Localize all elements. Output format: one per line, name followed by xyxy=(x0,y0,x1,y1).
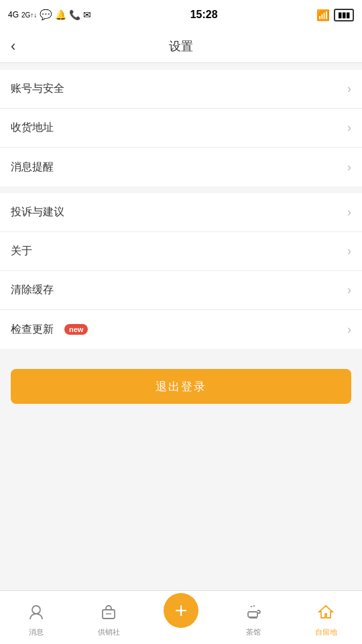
clear-cache-label: 清除缓存 xyxy=(11,283,54,297)
mail-icon: ✉ xyxy=(83,9,91,20)
chevron-icon: › xyxy=(347,205,351,219)
tab-myplace[interactable]: 自留地 xyxy=(290,598,362,637)
logout-section: 退出登录 xyxy=(0,356,362,417)
menu-item-account-security[interactable]: 账号与安全 › xyxy=(0,70,362,109)
complaint-label: 投诉与建议 xyxy=(11,205,64,219)
teahouse-icon xyxy=(245,603,262,625)
messages-icon xyxy=(27,603,45,625)
about-label: 关于 xyxy=(11,244,32,258)
supply-icon xyxy=(100,603,117,625)
status-indicators: 📶 ▮▮▮ xyxy=(316,9,354,21)
new-badge: new xyxy=(64,324,88,335)
notification-icon: 🔔 xyxy=(55,9,66,20)
chevron-icon: › xyxy=(347,323,351,337)
phone-icon: 📞 xyxy=(69,9,80,20)
tab-add[interactable]: + xyxy=(145,606,217,629)
svg-rect-3 xyxy=(248,612,257,617)
menu-item-shipping-address[interactable]: 收货地址 › xyxy=(0,109,362,148)
wifi-icon: 📶 xyxy=(316,9,330,21)
menu-item-about[interactable]: 关于 › xyxy=(0,232,362,271)
check-update-label: 检查更新 xyxy=(11,323,54,337)
chevron-icon: › xyxy=(347,283,351,297)
wechat-icon: 💬 xyxy=(40,9,52,21)
back-icon: ‹ xyxy=(11,38,15,54)
nav-bar: ‹ 设置 xyxy=(0,30,362,63)
myplace-icon xyxy=(317,603,335,625)
tab-supply[interactable]: 供销社 xyxy=(72,598,145,637)
teahouse-label: 茶馆 xyxy=(246,627,261,637)
logout-button[interactable]: 退出登录 xyxy=(11,369,351,404)
status-time: 15:28 xyxy=(190,9,218,21)
status-bar: 4G 2G↑↓ 💬 🔔 📞 ✉ 15:28 📶 ▮▮▮ xyxy=(0,0,362,30)
tab-messages[interactable]: 消息 xyxy=(0,598,72,637)
shipping-address-label: 收货地址 xyxy=(11,121,54,135)
menu-group-1: 账号与安全 › 收货地址 › 消息提醒 › xyxy=(0,70,362,186)
menu-item-complaint[interactable]: 投诉与建议 › xyxy=(0,193,362,232)
supply-label: 供销社 xyxy=(98,627,120,637)
tab-teahouse[interactable]: 茶馆 xyxy=(217,598,290,637)
chevron-icon: › xyxy=(347,121,351,135)
chevron-icon: › xyxy=(347,82,351,96)
menu-item-clear-cache[interactable]: 清除缓存 › xyxy=(0,271,362,310)
add-circle: + xyxy=(164,593,198,628)
page-title: 设置 xyxy=(169,38,193,54)
settings-content: 账号与安全 › 收货地址 › 消息提醒 › 投诉与建议 › 关于 xyxy=(0,70,362,417)
chevron-icon: › xyxy=(347,244,351,258)
battery-icon: ▮▮▮ xyxy=(334,9,354,21)
svg-point-0 xyxy=(32,606,40,614)
chevron-icon: › xyxy=(347,160,351,174)
account-security-label: 账号与安全 xyxy=(11,82,64,96)
messages-label: 消息 xyxy=(29,627,44,637)
add-icon: + xyxy=(175,600,188,621)
menu-item-message-alert[interactable]: 消息提醒 › xyxy=(0,148,362,186)
status-signal: 4G 2G↑↓ 💬 🔔 📞 ✉ xyxy=(8,9,91,21)
menu-item-check-update[interactable]: 检查更新 new › xyxy=(0,310,362,349)
myplace-label: 自留地 xyxy=(315,627,337,637)
back-button[interactable]: ‹ xyxy=(11,38,15,55)
menu-group-2: 投诉与建议 › 关于 › 清除缓存 › 检查更新 new › xyxy=(0,193,362,349)
message-alert-label: 消息提醒 xyxy=(11,160,54,174)
tab-bar: 消息 供销社 + 茶馆 xyxy=(0,590,362,644)
